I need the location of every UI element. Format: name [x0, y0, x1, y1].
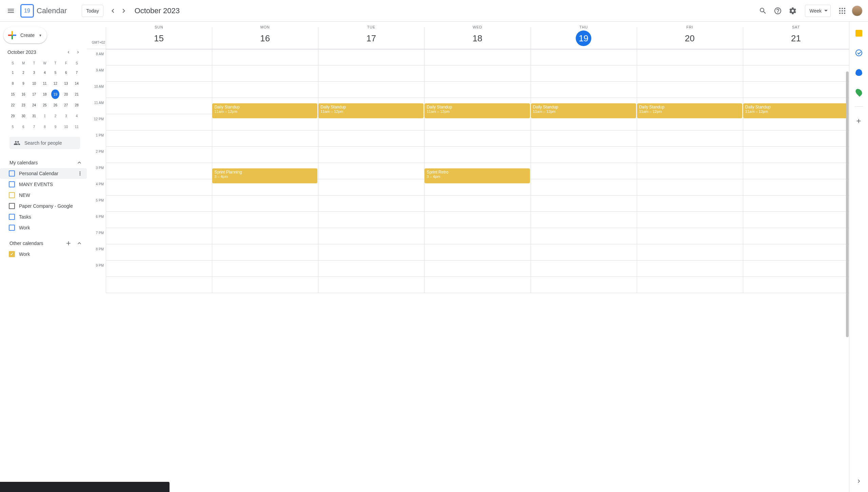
hour-cell[interactable] — [531, 277, 637, 293]
mini-cal-day[interactable]: 13 — [62, 79, 70, 88]
get-addons-button[interactable]: + — [852, 114, 866, 128]
mini-cal-day[interactable]: 26 — [51, 100, 59, 110]
day-number[interactable]: 15 — [151, 30, 167, 46]
hour-cell[interactable] — [531, 244, 637, 261]
mini-cal-day[interactable]: 2 — [19, 68, 27, 77]
calendar-event[interactable]: Sprint Retro3 – 4pm — [425, 168, 530, 183]
hour-cell[interactable] — [743, 163, 849, 179]
calendar-event[interactable]: Daily Standup11am – 12pm — [637, 103, 742, 118]
hour-cell[interactable] — [212, 212, 318, 228]
calendar-event[interactable]: Daily Standup11am – 12pm — [531, 103, 636, 118]
mini-cal-day[interactable]: 6 — [19, 122, 27, 131]
main-menu-button[interactable] — [3, 3, 19, 19]
hour-cell[interactable] — [318, 130, 424, 147]
hour-cell[interactable] — [637, 179, 743, 196]
hour-cell[interactable] — [637, 228, 743, 244]
mini-cal-day[interactable]: 8 — [41, 122, 49, 131]
hour-cell[interactable] — [531, 49, 637, 65]
hour-cell[interactable] — [743, 212, 849, 228]
hour-cell[interactable] — [318, 212, 424, 228]
hour-cell[interactable] — [106, 82, 212, 98]
hour-cell[interactable] — [318, 244, 424, 261]
mini-cal-day[interactable]: 22 — [9, 100, 17, 110]
hour-cell[interactable] — [743, 49, 849, 65]
hour-cell[interactable] — [318, 65, 424, 82]
hour-cell[interactable] — [318, 196, 424, 212]
hour-cell[interactable] — [743, 277, 849, 293]
view-selector[interactable]: Week — [805, 5, 831, 17]
hour-cell[interactable] — [106, 244, 212, 261]
scrollbar[interactable] — [846, 49, 849, 492]
hour-cell[interactable] — [212, 244, 318, 261]
hour-cell[interactable] — [531, 147, 637, 163]
hour-cell[interactable] — [425, 277, 530, 293]
mini-cal-day[interactable]: 2 — [51, 111, 59, 121]
hour-cell[interactable] — [106, 228, 212, 244]
add-other-calendar[interactable] — [64, 239, 73, 248]
mini-cal-day[interactable]: 10 — [30, 79, 38, 88]
hour-cell[interactable] — [637, 49, 743, 65]
hour-cell[interactable] — [106, 65, 212, 82]
mini-cal-day[interactable]: 7 — [73, 68, 81, 77]
mini-cal-day[interactable]: 4 — [41, 68, 49, 77]
google-apps-button[interactable] — [835, 4, 849, 18]
hour-cell[interactable] — [637, 277, 743, 293]
hour-cell[interactable] — [743, 261, 849, 277]
calendar-event[interactable]: Sprint Planning3 – 4pm — [212, 168, 317, 183]
mini-cal-day[interactable]: 21 — [73, 89, 81, 99]
mini-cal-day[interactable]: 12 — [51, 79, 59, 88]
hour-cell[interactable] — [425, 196, 530, 212]
day-column[interactable]: Daily Standup11am – 12pm — [318, 49, 424, 293]
hour-cell[interactable] — [743, 130, 849, 147]
hour-cell[interactable] — [106, 196, 212, 212]
settings-button[interactable] — [786, 4, 800, 18]
calendar-event[interactable]: Daily Standup11am – 12pm — [318, 103, 423, 118]
hour-cell[interactable] — [425, 65, 530, 82]
hour-cell[interactable] — [531, 196, 637, 212]
hour-cell[interactable] — [531, 212, 637, 228]
hour-cell[interactable] — [743, 147, 849, 163]
calendar-list-item[interactable]: Work — [9, 249, 84, 260]
hour-cell[interactable] — [425, 49, 530, 65]
mini-cal-day[interactable]: 25 — [41, 100, 49, 110]
mini-cal-day[interactable]: 4 — [73, 111, 81, 121]
hour-cell[interactable] — [637, 244, 743, 261]
day-column[interactable] — [106, 49, 212, 293]
mini-cal-day[interactable]: 5 — [51, 68, 59, 77]
hour-cell[interactable] — [106, 98, 212, 114]
hour-cell[interactable] — [743, 196, 849, 212]
hour-cell[interactable] — [531, 261, 637, 277]
hour-cell[interactable] — [318, 261, 424, 277]
hour-cell[interactable] — [106, 147, 212, 163]
contacts-button[interactable] — [852, 66, 866, 79]
hour-cell[interactable] — [743, 65, 849, 82]
hour-cell[interactable] — [212, 82, 318, 98]
hour-cell[interactable] — [106, 179, 212, 196]
hour-cell[interactable] — [212, 228, 318, 244]
calendar-checkbox[interactable] — [9, 203, 15, 209]
mini-cal-day[interactable]: 9 — [19, 79, 27, 88]
hour-cell[interactable] — [637, 163, 743, 179]
mini-cal-prev[interactable] — [64, 48, 73, 56]
calendar-checkbox[interactable] — [9, 192, 15, 198]
mini-cal-day[interactable]: 6 — [62, 68, 70, 77]
calendar-checkbox[interactable] — [9, 251, 15, 257]
hour-cell[interactable] — [106, 277, 212, 293]
hour-cell[interactable] — [106, 114, 212, 130]
hour-cell[interactable] — [318, 228, 424, 244]
calendar-checkbox[interactable] — [9, 181, 15, 187]
mini-cal-day[interactable]: 11 — [73, 122, 81, 131]
hour-cell[interactable] — [743, 179, 849, 196]
calendar-checkbox[interactable] — [9, 214, 15, 220]
calendar-options-button[interactable] — [76, 169, 84, 178]
day-number[interactable]: 16 — [257, 30, 273, 46]
tasks-button[interactable] — [852, 46, 866, 60]
mini-cal-day[interactable]: 7 — [30, 122, 38, 131]
mini-cal-day[interactable]: 27 — [62, 100, 70, 110]
calendar-event[interactable]: Daily Standup11am – 12pm — [743, 103, 848, 118]
hour-cell[interactable] — [212, 147, 318, 163]
hour-cell[interactable] — [212, 277, 318, 293]
calendar-list-item[interactable]: MANY EVENTS — [9, 179, 84, 190]
hour-cell[interactable] — [212, 49, 318, 65]
day-column[interactable]: Daily Standup11am – 12pmSprint Retro3 – … — [424, 49, 530, 293]
